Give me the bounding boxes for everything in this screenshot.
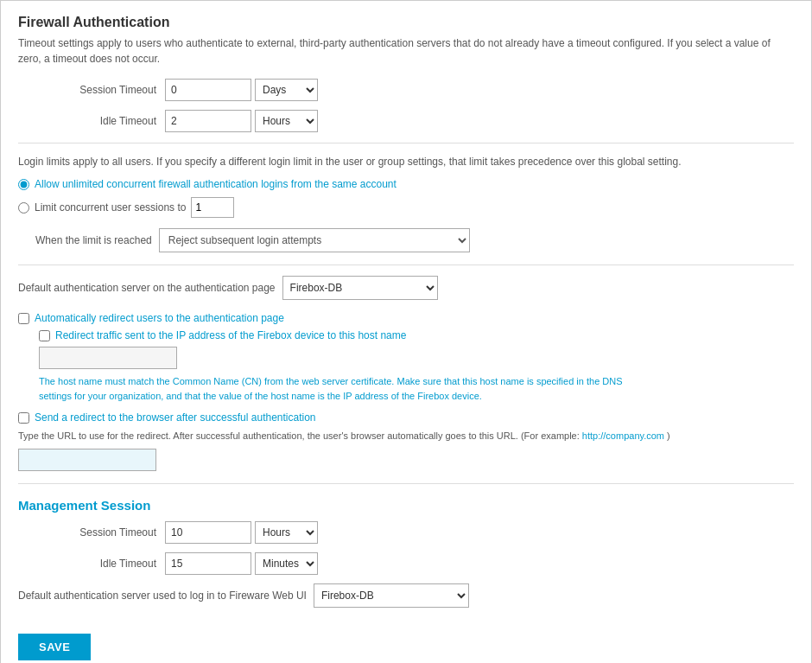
when-limit-row: When the limit is reached Reject subsequ… (35, 228, 794, 252)
auto-redirect-label[interactable]: Automatically redirect users to the auth… (35, 312, 284, 324)
session-timeout-row: Session Timeout Days Hours Minutes (53, 79, 794, 101)
mgmt-idle-timeout-unit-select[interactable]: Minutes Hours Days (255, 552, 318, 575)
redirect-example-link[interactable]: http://company.com (582, 430, 664, 441)
when-limit-select[interactable]: Reject subsequent login attempts Disconn… (159, 228, 470, 252)
mgmt-idle-timeout-label: Idle Timeout (53, 558, 165, 570)
mgmt-default-auth-label: Default authentication server used to lo… (18, 590, 307, 602)
idle-timeout-label: Idle Timeout (53, 115, 165, 127)
auto-redirect-checkbox[interactable] (18, 313, 29, 324)
mgmt-idle-timeout-input[interactable] (165, 552, 251, 575)
redirect-traffic-row: Redirect traffic sent to the IP address … (39, 329, 794, 341)
radio-limit-label[interactable]: Limit concurrent user sessions to (35, 201, 186, 214)
radio-unlimited[interactable] (18, 179, 29, 190)
mgmt-title: Management Session (18, 498, 794, 513)
idle-timeout-row: Idle Timeout Hours Days Minutes (53, 110, 794, 132)
redirect-description: Type the URL to use for the redirect. Af… (18, 429, 709, 443)
mgmt-session-timeout-row: Session Timeout Hours Days Minutes (53, 521, 794, 544)
default-auth-select[interactable]: Firebox-DB Active Directory LDAP RADIUS (282, 276, 438, 300)
redirect-desc-end: ) (667, 430, 670, 441)
send-redirect-checkbox[interactable] (18, 412, 29, 424)
mgmt-session-timeout-unit-select[interactable]: Hours Days Minutes (255, 521, 318, 544)
management-session-section: Management Session Session Timeout Hours… (18, 498, 794, 608)
mgmt-session-timeout-label: Session Timeout (53, 526, 165, 539)
mgmt-default-auth-row: Default authentication server used to lo… (18, 583, 794, 608)
limit-value-input[interactable] (191, 197, 234, 218)
mgmt-default-auth-select[interactable]: Firebox-DB Active Directory LDAP RADIUS (314, 583, 469, 608)
send-redirect-row: Send a redirect to the browser after suc… (18, 411, 794, 424)
default-auth-label: Default authentication server on the aut… (18, 282, 276, 294)
radio-unlimited-row: Allow unlimited concurrent firewall auth… (18, 178, 794, 190)
radio-limit-row: Limit concurrent user sessions to (18, 197, 794, 218)
save-button[interactable]: SAVE (18, 634, 91, 660)
idle-timeout-input[interactable] (165, 110, 251, 132)
default-auth-row: Default authentication server on the aut… (18, 276, 794, 300)
redirect-url-input[interactable] (18, 449, 156, 471)
radio-limit[interactable] (18, 202, 29, 214)
session-timeout-unit-select[interactable]: Days Hours Minutes (255, 79, 318, 101)
mgmt-idle-timeout-row: Idle Timeout Minutes Hours Days (53, 552, 794, 575)
timeout-description: Timeout settings apply to users who auth… (18, 35, 794, 67)
redirect-traffic-label[interactable]: Redirect traffic sent to the IP address … (55, 329, 406, 341)
redirect-traffic-checkbox[interactable] (39, 330, 50, 341)
auto-redirect-row: Automatically redirect users to the auth… (18, 312, 794, 324)
login-limits-description: Login limits apply to all users. If you … (18, 154, 794, 169)
hostname-input[interactable] (39, 347, 177, 369)
idle-timeout-unit-select[interactable]: Hours Days Minutes (255, 110, 318, 132)
redirect-desc-text: Type the URL to use for the redirect. Af… (18, 430, 580, 441)
host-note: The host name must match the Common Name… (39, 374, 644, 403)
page-title: Firewall Authentication (18, 15, 794, 30)
radio-unlimited-label[interactable]: Allow unlimited concurrent firewall auth… (35, 178, 396, 190)
when-limit-label: When the limit is reached (35, 234, 152, 246)
mgmt-session-timeout-input[interactable] (165, 521, 251, 544)
send-redirect-label[interactable]: Send a redirect to the browser after suc… (35, 411, 316, 424)
session-timeout-input[interactable] (165, 79, 251, 101)
session-timeout-label: Session Timeout (53, 84, 165, 96)
